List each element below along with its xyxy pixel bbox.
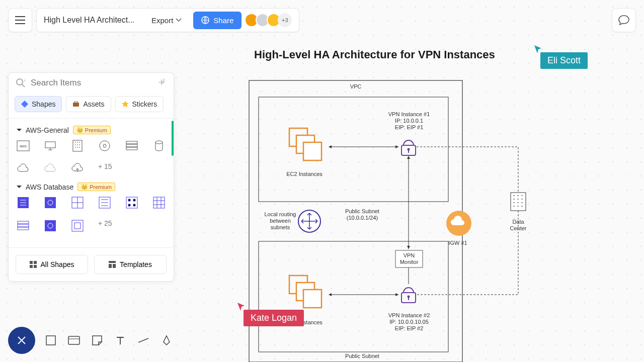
svg-point-53 [408,296,410,298]
svg-text:IP: 10.0.0.10.05: IP: 10.0.0.10.05 [389,319,429,325]
category-header-aws-general[interactable]: AWS-General 👑 Premium [17,119,166,139]
svg-text:EIP: EIP #2: EIP: EIP #2 [395,325,424,331]
svg-text:EIP: EIP #1: EIP: EIP #1 [395,124,424,130]
svg-text:Monitor: Monitor [400,259,419,265]
shape-monitor[interactable] [44,139,57,152]
shape-server[interactable] [125,139,138,152]
tab-stickers[interactable]: Stickers [115,96,164,112]
svg-text:VPN: VPN [404,252,415,258]
search-input[interactable] [31,78,158,88]
shape-db-2[interactable] [44,196,57,209]
chat-icon [618,15,629,25]
svg-text:Data: Data [512,219,524,225]
svg-text:VPC: VPC [350,83,362,89]
svg-text:VPN Instance #2: VPN Instance #2 [388,312,430,318]
close-icon [17,336,26,345]
shape-db-9[interactable] [71,219,84,232]
tool-rectangle[interactable] [43,333,58,348]
shape-cloud[interactable] [17,162,30,175]
svg-rect-13 [126,147,137,150]
svg-text:VPN Instance #1: VPN Instance #1 [388,111,430,117]
shape-db-4[interactable] [98,196,111,209]
chevron-down-icon [17,186,22,189]
scrollbar-thumb[interactable] [172,121,174,156]
shape-db-7[interactable] [17,219,30,232]
shape-db-6[interactable] [152,196,166,209]
avatar-more[interactable]: +3 [278,13,292,27]
cursor-kate: Kate Logan [236,302,304,326]
share-button[interactable]: Share [193,12,242,29]
shape-cylinder[interactable] [152,139,166,152]
svg-rect-2 [21,101,28,108]
svg-rect-7 [45,142,55,148]
chevron-down-icon [17,129,22,132]
svg-rect-20 [153,197,165,208]
svg-rect-12 [126,144,137,147]
shapes-panel: Shapes Assets Stickers AWS-General 👑 Pre… [8,72,174,282]
svg-rect-32 [113,264,116,268]
svg-rect-41 [303,142,321,160]
svg-rect-45 [303,290,321,308]
more-shapes-link[interactable]: + 15 [98,162,112,175]
svg-text:(10.0.0.1/24): (10.0.0.1/24) [347,215,378,221]
briefcase-icon [72,101,79,107]
shape-cloud-upload[interactable] [71,162,84,175]
shape-disc[interactable] [98,139,111,152]
premium-badge: 👑 Premium [73,126,111,134]
document-title[interactable]: High Level HA Architect... [44,16,139,25]
svg-text:Center: Center [510,225,526,231]
chevron-down-icon [176,19,181,22]
svg-rect-8 [73,140,82,151]
cursor-eli: Eli Scott [533,44,588,69]
tab-shapes[interactable]: Shapes [15,96,62,112]
pin-button[interactable] [158,78,167,88]
svg-rect-22 [18,224,29,227]
more-shapes-link[interactable]: + 25 [98,219,112,232]
svg-rect-73 [511,193,526,211]
shape-db-1[interactable] [17,196,30,209]
svg-text:Public Subnet: Public Subnet [345,353,379,359]
svg-rect-21 [18,221,29,224]
shape-cloud-outline[interactable] [44,162,57,175]
svg-text:IP: 10.0.0.1: IP: 10.0.0.1 [395,118,423,124]
svg-rect-28 [30,265,33,268]
premium-badge: 👑 Premium [77,183,115,191]
shape-db-8[interactable] [44,219,57,232]
tool-card[interactable] [66,333,82,348]
shape-aws-logo[interactable]: aws [17,139,30,152]
menu-button[interactable] [8,8,32,32]
close-tools-button[interactable] [8,327,35,354]
diamond-icon [21,101,28,108]
tool-pen[interactable] [159,333,174,348]
svg-rect-27 [34,261,37,264]
star-icon [122,101,129,108]
svg-rect-23 [18,227,29,230]
svg-rect-26 [30,261,33,264]
svg-point-1 [17,79,23,85]
pin-icon [158,78,167,86]
svg-text:Local routing: Local routing [265,211,296,217]
export-button[interactable]: Export [145,12,187,29]
templates-button[interactable]: Templates [94,255,167,274]
shape-building[interactable] [71,139,84,152]
tool-text[interactable] [113,333,128,348]
shape-db-5[interactable] [125,196,138,209]
chat-button[interactable] [612,8,636,32]
svg-text:EC2 Instances: EC2 Instances [286,171,323,177]
avatar-stack[interactable]: +3 [248,13,292,27]
tool-line[interactable] [136,333,151,348]
svg-rect-24 [45,220,56,231]
tab-assets[interactable]: Assets [66,96,111,112]
all-shapes-button[interactable]: All Shapes [16,255,88,274]
tool-sticky[interactable] [90,333,105,348]
shapes-icon [30,261,37,268]
svg-point-48 [408,148,410,151]
svg-rect-4 [74,102,77,103]
svg-text:aws: aws [20,144,27,148]
shape-db-3[interactable] [71,196,84,209]
svg-rect-31 [109,264,112,268]
search-icon [16,78,26,88]
svg-rect-34 [68,336,79,344]
svg-text:between: between [270,218,291,224]
category-header-aws-database[interactable]: AWS Database 👑 Premium [17,175,166,196]
